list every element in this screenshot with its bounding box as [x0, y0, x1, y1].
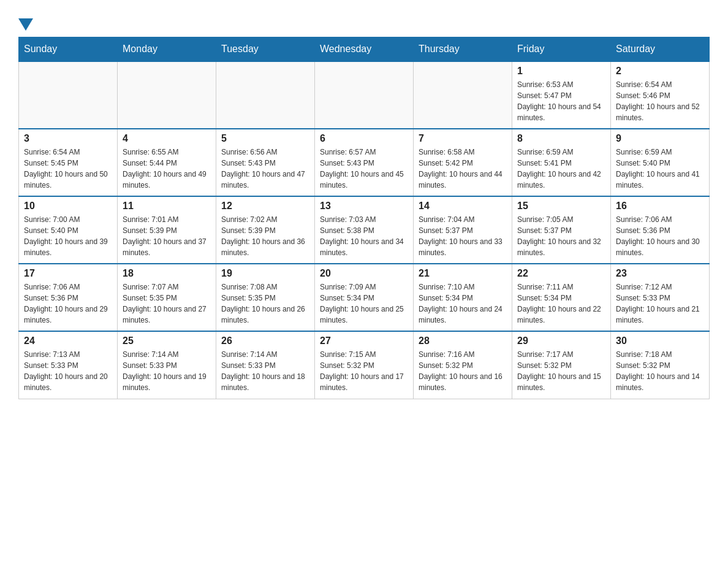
weekday-header-wednesday: Wednesday — [315, 37, 414, 62]
day-number: 21 — [419, 268, 507, 279]
day-number: 10 — [24, 201, 112, 212]
calendar-cell: 21Sunrise: 7:10 AM Sunset: 5:34 PM Dayli… — [414, 264, 512, 331]
day-info: Sunrise: 7:03 AM Sunset: 5:38 PM Dayligh… — [320, 214, 408, 258]
day-info: Sunrise: 7:00 AM Sunset: 5:40 PM Dayligh… — [24, 214, 112, 258]
calendar-cell: 30Sunrise: 7:18 AM Sunset: 5:32 PM Dayli… — [611, 331, 710, 399]
day-info: Sunrise: 7:15 AM Sunset: 5:32 PM Dayligh… — [320, 349, 408, 393]
day-info: Sunrise: 7:17 AM Sunset: 5:32 PM Dayligh… — [517, 349, 605, 393]
day-info: Sunrise: 7:13 AM Sunset: 5:33 PM Dayligh… — [24, 349, 112, 393]
day-number: 28 — [419, 335, 507, 347]
day-number: 9 — [616, 133, 704, 144]
calendar-cell: 1Sunrise: 6:53 AM Sunset: 5:47 PM Daylig… — [512, 61, 611, 129]
calendar-cell: 29Sunrise: 7:17 AM Sunset: 5:32 PM Dayli… — [512, 331, 611, 399]
day-info: Sunrise: 7:10 AM Sunset: 5:34 PM Dayligh… — [419, 282, 507, 326]
day-number: 25 — [123, 335, 211, 347]
week-row-3: 10Sunrise: 7:00 AM Sunset: 5:40 PM Dayli… — [19, 196, 710, 264]
day-info: Sunrise: 7:04 AM Sunset: 5:37 PM Dayligh… — [419, 214, 507, 258]
calendar-cell: 19Sunrise: 7:08 AM Sunset: 5:35 PM Dayli… — [216, 264, 315, 331]
weekday-header-monday: Monday — [118, 37, 216, 62]
day-info: Sunrise: 6:53 AM Sunset: 5:47 PM Dayligh… — [517, 79, 605, 123]
day-number: 27 — [320, 335, 408, 347]
calendar-cell: 17Sunrise: 7:06 AM Sunset: 5:36 PM Dayli… — [19, 264, 118, 331]
calendar-cell: 25Sunrise: 7:14 AM Sunset: 5:33 PM Dayli… — [118, 331, 216, 399]
calendar-cell: 5Sunrise: 6:56 AM Sunset: 5:43 PM Daylig… — [216, 129, 315, 196]
calendar-cell: 27Sunrise: 7:15 AM Sunset: 5:32 PM Dayli… — [315, 331, 414, 399]
day-number: 16 — [616, 201, 704, 212]
week-row-2: 3Sunrise: 6:54 AM Sunset: 5:45 PM Daylig… — [19, 129, 710, 196]
calendar-cell: 14Sunrise: 7:04 AM Sunset: 5:37 PM Dayli… — [414, 196, 512, 264]
day-info: Sunrise: 7:16 AM Sunset: 5:32 PM Dayligh… — [419, 349, 507, 393]
day-number: 24 — [24, 335, 112, 347]
day-number: 5 — [221, 133, 309, 144]
week-row-4: 17Sunrise: 7:06 AM Sunset: 5:36 PM Dayli… — [19, 264, 710, 331]
calendar-cell — [19, 61, 118, 129]
weekday-header-thursday: Thursday — [414, 37, 512, 62]
day-info: Sunrise: 7:18 AM Sunset: 5:32 PM Dayligh… — [616, 349, 704, 393]
weekday-header-sunday: Sunday — [19, 37, 118, 62]
day-info: Sunrise: 6:59 AM Sunset: 5:41 PM Dayligh… — [517, 147, 605, 191]
day-number: 22 — [517, 268, 605, 279]
day-info: Sunrise: 7:12 AM Sunset: 5:33 PM Dayligh… — [616, 282, 704, 326]
calendar-cell: 13Sunrise: 7:03 AM Sunset: 5:38 PM Dayli… — [315, 196, 414, 264]
day-info: Sunrise: 7:08 AM Sunset: 5:35 PM Dayligh… — [221, 282, 309, 326]
day-number: 23 — [616, 268, 704, 279]
calendar-cell: 10Sunrise: 7:00 AM Sunset: 5:40 PM Dayli… — [19, 196, 118, 264]
logo-triangle-icon — [18, 18, 33, 31]
day-info: Sunrise: 7:11 AM Sunset: 5:34 PM Dayligh… — [517, 282, 605, 326]
calendar-cell: 9Sunrise: 6:59 AM Sunset: 5:40 PM Daylig… — [611, 129, 710, 196]
day-info: Sunrise: 6:55 AM Sunset: 5:44 PM Dayligh… — [123, 147, 211, 191]
day-number: 4 — [123, 133, 211, 144]
day-number: 18 — [123, 268, 211, 279]
day-info: Sunrise: 7:07 AM Sunset: 5:35 PM Dayligh… — [123, 282, 211, 326]
calendar-cell: 15Sunrise: 7:05 AM Sunset: 5:37 PM Dayli… — [512, 196, 611, 264]
day-number: 30 — [616, 335, 704, 347]
day-info: Sunrise: 6:54 AM Sunset: 5:46 PM Dayligh… — [616, 79, 704, 123]
calendar-cell: 20Sunrise: 7:09 AM Sunset: 5:34 PM Dayli… — [315, 264, 414, 331]
day-info: Sunrise: 7:01 AM Sunset: 5:39 PM Dayligh… — [123, 214, 211, 258]
day-number: 7 — [419, 133, 507, 144]
calendar-table: SundayMondayTuesdayWednesdayThursdayFrid… — [18, 37, 710, 399]
day-number: 8 — [517, 133, 605, 144]
day-number: 2 — [616, 66, 704, 77]
calendar-cell — [315, 61, 414, 129]
day-number: 29 — [517, 335, 605, 347]
day-number: 26 — [221, 335, 309, 347]
calendar-cell: 16Sunrise: 7:06 AM Sunset: 5:36 PM Dayli… — [611, 196, 710, 264]
calendar-cell: 3Sunrise: 6:54 AM Sunset: 5:45 PM Daylig… — [19, 129, 118, 196]
calendar-cell: 11Sunrise: 7:01 AM Sunset: 5:39 PM Dayli… — [118, 196, 216, 264]
day-info: Sunrise: 7:14 AM Sunset: 5:33 PM Dayligh… — [221, 349, 309, 393]
weekday-header-saturday: Saturday — [611, 37, 710, 62]
weekday-header-friday: Friday — [512, 37, 611, 62]
day-info: Sunrise: 6:54 AM Sunset: 5:45 PM Dayligh… — [24, 147, 112, 191]
day-info: Sunrise: 6:57 AM Sunset: 5:43 PM Dayligh… — [320, 147, 408, 191]
day-number: 1 — [517, 66, 605, 77]
day-number: 11 — [123, 201, 211, 212]
calendar-cell: 18Sunrise: 7:07 AM Sunset: 5:35 PM Dayli… — [118, 264, 216, 331]
calendar-cell: 22Sunrise: 7:11 AM Sunset: 5:34 PM Dayli… — [512, 264, 611, 331]
week-row-1: 1Sunrise: 6:53 AM Sunset: 5:47 PM Daylig… — [19, 61, 710, 129]
day-number: 13 — [320, 201, 408, 212]
day-info: Sunrise: 7:05 AM Sunset: 5:37 PM Dayligh… — [517, 214, 605, 258]
calendar-cell: 4Sunrise: 6:55 AM Sunset: 5:44 PM Daylig… — [118, 129, 216, 196]
day-info: Sunrise: 6:58 AM Sunset: 5:42 PM Dayligh… — [419, 147, 507, 191]
day-info: Sunrise: 6:59 AM Sunset: 5:40 PM Dayligh… — [616, 147, 704, 191]
calendar-cell: 8Sunrise: 6:59 AM Sunset: 5:41 PM Daylig… — [512, 129, 611, 196]
week-row-5: 24Sunrise: 7:13 AM Sunset: 5:33 PM Dayli… — [19, 331, 710, 399]
day-info: Sunrise: 7:14 AM Sunset: 5:33 PM Dayligh… — [123, 349, 211, 393]
day-info: Sunrise: 6:56 AM Sunset: 5:43 PM Dayligh… — [221, 147, 309, 191]
day-info: Sunrise: 7:02 AM Sunset: 5:39 PM Dayligh… — [221, 214, 309, 258]
page-header — [18, 12, 710, 31]
day-number: 20 — [320, 268, 408, 279]
calendar-header-row: SundayMondayTuesdayWednesdayThursdayFrid… — [19, 37, 710, 62]
day-info: Sunrise: 7:09 AM Sunset: 5:34 PM Dayligh… — [320, 282, 408, 326]
calendar-cell: 12Sunrise: 7:02 AM Sunset: 5:39 PM Dayli… — [216, 196, 315, 264]
logo — [18, 12, 37, 31]
day-info: Sunrise: 7:06 AM Sunset: 5:36 PM Dayligh… — [616, 214, 704, 258]
calendar-cell: 7Sunrise: 6:58 AM Sunset: 5:42 PM Daylig… — [414, 129, 512, 196]
calendar-cell: 28Sunrise: 7:16 AM Sunset: 5:32 PM Dayli… — [414, 331, 512, 399]
day-number: 12 — [221, 201, 309, 212]
weekday-header-tuesday: Tuesday — [216, 37, 315, 62]
day-number: 19 — [221, 268, 309, 279]
day-number: 17 — [24, 268, 112, 279]
calendar-cell: 2Sunrise: 6:54 AM Sunset: 5:46 PM Daylig… — [611, 61, 710, 129]
